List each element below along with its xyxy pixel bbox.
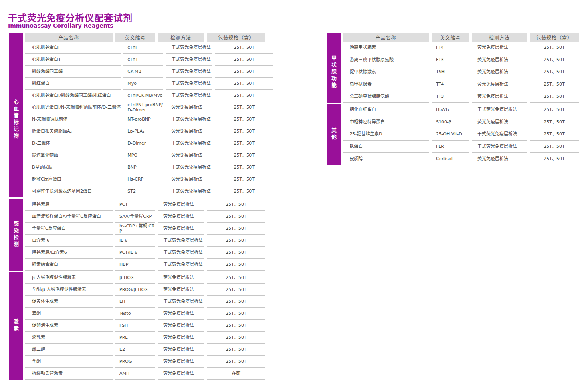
method-cell: 干式荧光免疫层析法 [166, 54, 212, 66]
package-cell: 25T、50T [530, 141, 579, 153]
category-bar: 心血管标记物 [9, 42, 23, 197]
abbreviation-cell: ST2 [123, 185, 163, 197]
product-name-cell: 心肌肌钙蛋白I [25, 42, 121, 54]
method-cell: 荧光免疫层析法 [472, 78, 527, 91]
abbreviation-cell: cTnI/CK-MB/Myo [123, 90, 163, 101]
abbreviation-cell: β-HCG [115, 272, 155, 284]
table-row: 游离甲状腺素 FT4 荧光免疫层析法 25T、50T [343, 42, 579, 54]
method-cell: 干式荧光免疫层析法 [166, 137, 212, 149]
method-cell: 干式荧光免疫层析法 [158, 296, 204, 308]
abbreviation-cell: Myo [123, 78, 163, 90]
table-row: 促卵泡生成素 FSH 荧光免疫层析法 25T、50T [25, 320, 265, 332]
product-name-cell: 总甲状腺素 [343, 78, 429, 91]
package-cell: 25T、50T [215, 137, 273, 149]
table-row: 心肌肌钙蛋白I/N-末端脑利钠肽前体/D-二聚体 cTnI/NT-proBNP/… [25, 101, 273, 113]
table-row: 总甲状腺素 TT4 荧光免疫层析法 25T、50T [343, 78, 579, 91]
abbreviation-cell: PCT/IL-6 [115, 247, 155, 259]
product-name-cell: 可溶性生长刺激表达基因2蛋白 [25, 185, 121, 197]
product-name-cell: 白介素-6 [25, 235, 113, 247]
table-row: 促黄体生成素 LH 干式荧光免疫层析法 25T、50T [25, 296, 265, 308]
method-cell: 荧光免疫层析法 [166, 125, 212, 137]
table-row: 血清淀粉样蛋白A/全量程C反应蛋白 SAA/全量程CRP 荧光免疫层析法 25T… [25, 211, 265, 223]
abbreviation-cell: PCT [115, 199, 155, 211]
method-cell: 干式荧光免疫层析法 [166, 78, 212, 90]
package-cell: 25T、50T [530, 90, 579, 103]
table-row: 心肌肌钙蛋白I/肌酸激酶同工酶/肌红蛋白 cTnI/CK-MB/Myo 干式荧光… [25, 90, 273, 101]
package-cell: 25T、50T [207, 223, 265, 235]
abbreviation-cell: IL-6 [115, 235, 155, 247]
package-cell: 25T、50T [530, 78, 579, 91]
package-cell: 25T、50T [530, 128, 579, 141]
method-cell: 荧光免疫层析法 [158, 284, 204, 296]
abbreviation-cell: E2 [115, 344, 155, 356]
table-row: 白介素-6 IL-6 干式荧光免疫层析法 25T、50T [25, 235, 265, 247]
product-name-cell: 中枢神经特异蛋白 [343, 116, 429, 129]
table-row: 髓过氧化物酶 MPO 荧光免疫层析法 25T、50T [25, 149, 273, 161]
package-cell: 25T、50T [207, 272, 265, 284]
abbreviation-cell: FSH [115, 320, 155, 332]
col-header-method: 检测方法 [472, 33, 527, 42]
product-name-cell: 游离甲状腺素 [343, 42, 429, 54]
abbreviation-cell: Hs-CRP [123, 173, 163, 185]
table-header-row: 产品名称 英文缩写 检测方法 包装规格（盒） [327, 33, 579, 42]
product-name-cell: 孕酮/β-人绒毛膜促性腺激素 [25, 284, 113, 296]
table-header-row: 产品名称 英文缩写 检测方法 包装规格（盒） [9, 33, 265, 42]
abbreviation-cell: TT3 [432, 90, 469, 103]
method-cell: 荧光免疫层析法 [158, 211, 204, 223]
package-cell: 在研 [207, 368, 265, 380]
abbreviation-cell: PRL [115, 332, 155, 344]
abbreviation-cell: BNP [123, 161, 163, 173]
abbreviation-cell: cTnT [123, 54, 163, 66]
package-cell: 25T、50T [207, 296, 265, 308]
section-rows: 游离甲状腺素 FT4 荧光免疫层析法 25T、50T 游离三碘甲状腺原氨酸 FT… [343, 42, 579, 103]
abbreviation-cell: NT-proBNP [123, 113, 163, 125]
table-row: 降钙素原/白介素6 PCT/IL-6 干式荧光免疫层析法 25T、50T [25, 247, 265, 259]
table-row: 促甲状腺激素 TSH 荧光免疫层析法 25T、50T [343, 66, 579, 78]
product-name-cell: 游离三碘甲状腺原氨酸 [343, 54, 429, 66]
col-header-package: 包装规格（盒） [530, 33, 579, 42]
category-bar: 感染检测 [9, 199, 23, 271]
method-cell: 干式荧光免疫层析法 [158, 259, 204, 271]
category-bar: 激素 [9, 272, 23, 380]
table-section: 甲状腺功能 游离甲状腺素 FT4 荧光免疫层析法 25T、50T 游离三碘甲状腺… [327, 42, 579, 103]
package-cell: 25T、50T [215, 113, 273, 125]
method-cell: 荧光免疫层析法 [158, 332, 204, 344]
method-cell: 干式荧光免疫层析法 [158, 247, 204, 259]
table-row: B型钠尿肽 BNP 干式荧光免疫层析法 25T、50T [25, 161, 273, 173]
product-name-cell: 降钙素原 [25, 199, 113, 211]
package-cell: 25T、50T [215, 173, 273, 185]
method-cell: 荧光免疫层析法 [166, 149, 212, 161]
method-cell: 荧光免疫层析法 [472, 66, 527, 78]
table-row: 孕酮 PROG 荧光免疫层析法 25T、50T [25, 356, 265, 368]
abbreviation-cell: FT3 [432, 54, 469, 66]
package-cell: 25T、50T [215, 90, 273, 101]
method-cell: 荧光免疫层析法 [472, 42, 527, 54]
product-name-cell: 25-羟基维生素D [343, 128, 429, 141]
package-cell: 25T、50T [215, 185, 273, 197]
abbreviation-cell: TT4 [432, 78, 469, 91]
abbreviation-cell: cTnI [123, 42, 163, 54]
abbreviation-cell: MPO [123, 149, 163, 161]
product-name-cell: β-人绒毛膜促性腺激素 [25, 272, 113, 284]
table-row: 游离三碘甲状腺原氨酸 FT3 荧光免疫层析法 25T、50T [343, 54, 579, 66]
abbreviation-cell: CK-MB [123, 66, 163, 78]
package-cell: 25T、50T [207, 344, 265, 356]
abbreviation-cell: AMH [115, 368, 155, 380]
abbreviation-cell: cTnI/NT-proBNP/D-Dimer [123, 101, 163, 113]
method-cell: 荧光免疫层析法 [158, 320, 204, 332]
table-row: β-人绒毛膜促性腺激素 β-HCG 荧光免疫层析法 25T、50T [25, 272, 265, 284]
package-cell: 25T、50T [215, 54, 273, 66]
method-cell: 荧光免疫层析法 [166, 101, 212, 113]
table-row: 肌红蛋白 Myo 干式荧光免疫层析法 25T、50T [25, 78, 273, 90]
table-row: 心肌肌钙蛋白T cTnT 干式荧光免疫层析法 25T、50T [25, 54, 273, 66]
abbreviation-cell: D-Dimer [123, 137, 163, 149]
package-cell: 25T、50T [530, 42, 579, 54]
method-cell: 荧光免疫层析法 [166, 173, 212, 185]
method-cell: 干式荧光免疫层析法 [166, 185, 212, 197]
package-cell: 25T、50T [215, 161, 273, 173]
category-bar: 甲状腺功能 [327, 42, 341, 103]
product-name-cell: 促黄体生成素 [25, 296, 113, 308]
table-row: 超敏C反应蛋白 Hs-CRP 荧光免疫层析法 25T、50T [25, 173, 273, 185]
col-header-package: 包装规格（盒） [207, 33, 265, 42]
table-row: 全量程C反应蛋白 hs-CRP+常规 CRP 荧光免疫层析法 25T、50T [25, 223, 265, 235]
